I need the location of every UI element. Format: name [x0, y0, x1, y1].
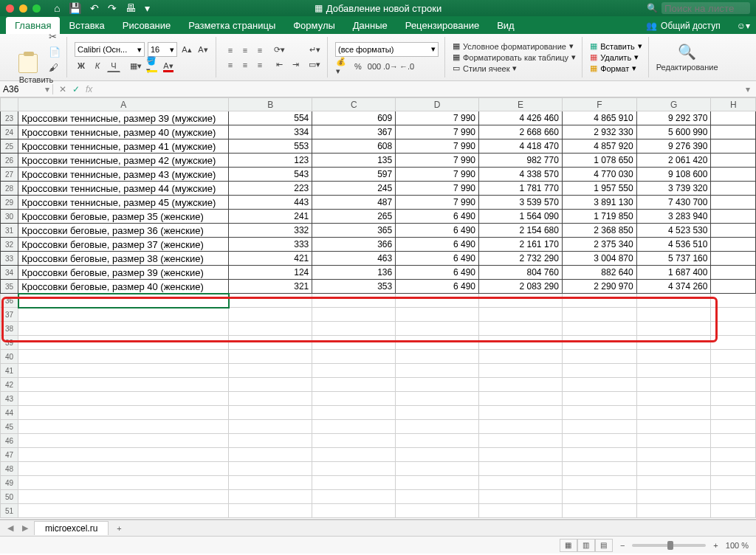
- cell[interactable]: [312, 406, 396, 420]
- cell[interactable]: [229, 350, 312, 364]
- cell[interactable]: [229, 336, 312, 350]
- align-center-icon[interactable]: ≡: [238, 58, 252, 72]
- tab-view[interactable]: Вид: [488, 17, 523, 34]
- cell[interactable]: 4 865 910: [562, 111, 636, 125]
- table-row[interactable]: 51: [1, 504, 756, 518]
- cell[interactable]: [562, 406, 636, 420]
- cut-icon[interactable]: ✂: [49, 31, 61, 42]
- cell[interactable]: [711, 378, 756, 392]
- cell[interactable]: [711, 294, 756, 308]
- table-row[interactable]: 30 Кроссовки беговые, размер 35 (женские…: [1, 210, 756, 224]
- cell[interactable]: [636, 504, 711, 518]
- row-header[interactable]: 26: [1, 154, 18, 168]
- cell[interactable]: [636, 308, 711, 322]
- cell[interactable]: [636, 462, 711, 476]
- cell[interactable]: [479, 294, 563, 308]
- undo-icon[interactable]: ↶: [90, 2, 99, 14]
- cell[interactable]: [479, 434, 563, 448]
- row-header[interactable]: 48: [1, 462, 18, 476]
- tab-draw[interactable]: Рисование: [114, 17, 179, 34]
- table-row[interactable]: 23 Кроссовки теннисные, размер 39 (мужск…: [1, 111, 756, 125]
- cell[interactable]: [711, 448, 756, 462]
- align-top-icon[interactable]: ≡: [224, 44, 237, 57]
- cell[interactable]: 4 374 260: [636, 280, 711, 294]
- cell[interactable]: 4 536 510: [636, 238, 711, 252]
- cell[interactable]: [636, 378, 711, 392]
- cell[interactable]: [229, 308, 312, 322]
- cell[interactable]: 3 739 320: [636, 182, 711, 196]
- cell[interactable]: [562, 294, 636, 308]
- cell[interactable]: [229, 392, 312, 406]
- row-header[interactable]: 41: [1, 364, 18, 378]
- row-header[interactable]: 30: [1, 210, 18, 224]
- font-name-select[interactable]: Calibri (Осн...▾: [75, 42, 145, 57]
- cell[interactable]: [479, 406, 563, 420]
- cell[interactable]: [312, 378, 396, 392]
- cell[interactable]: 334: [229, 125, 312, 139]
- cell[interactable]: [711, 280, 756, 294]
- cell[interactable]: 367: [312, 125, 396, 139]
- cell[interactable]: [711, 420, 756, 434]
- cell[interactable]: [711, 154, 756, 168]
- table-row[interactable]: 38: [1, 322, 756, 336]
- row-header[interactable]: 28: [1, 182, 18, 196]
- table-row[interactable]: 44: [1, 406, 756, 420]
- cell[interactable]: 245: [312, 182, 396, 196]
- merge-icon[interactable]: ▭▾: [308, 58, 321, 72]
- cell[interactable]: 6 490: [396, 252, 479, 266]
- cell[interactable]: 1 957 550: [562, 182, 636, 196]
- cell[interactable]: Кроссовки теннисные, размер 42 (мужские): [18, 154, 229, 168]
- close-icon[interactable]: [6, 4, 14, 13]
- cell[interactable]: [229, 462, 312, 476]
- cell[interactable]: 2 161 170: [479, 238, 563, 252]
- col-header[interactable]: G: [636, 98, 711, 111]
- cell[interactable]: [229, 476, 312, 490]
- cell[interactable]: 7 990: [396, 168, 479, 182]
- cell[interactable]: [396, 476, 479, 490]
- cell[interactable]: 3 283 940: [636, 210, 711, 224]
- cell[interactable]: [479, 462, 563, 476]
- cell[interactable]: [636, 490, 711, 504]
- cell[interactable]: [18, 364, 229, 378]
- search-input[interactable]: [662, 2, 750, 14]
- cell[interactable]: [396, 392, 479, 406]
- print-icon[interactable]: 🖶: [126, 2, 136, 14]
- sheet-tab[interactable]: microexcel.ru: [34, 521, 109, 535]
- cell[interactable]: 7 990: [396, 125, 479, 139]
- cell[interactable]: [396, 504, 479, 518]
- cell[interactable]: 332: [229, 224, 312, 238]
- cell[interactable]: [636, 448, 711, 462]
- cell[interactable]: 7 990: [396, 196, 479, 210]
- decrease-indent-icon[interactable]: ⇤: [272, 58, 286, 72]
- cell[interactable]: [636, 434, 711, 448]
- cell[interactable]: [636, 294, 711, 308]
- cell[interactable]: 135: [312, 154, 396, 168]
- cell[interactable]: [636, 392, 711, 406]
- cell[interactable]: 5 600 990: [636, 125, 711, 139]
- minimize-icon[interactable]: [19, 4, 27, 13]
- col-header[interactable]: C: [312, 98, 396, 111]
- cell[interactable]: 3 891 130: [562, 196, 636, 210]
- cell[interactable]: [562, 434, 636, 448]
- cell[interactable]: [18, 504, 229, 518]
- cell[interactable]: [396, 490, 479, 504]
- cell[interactable]: [396, 350, 479, 364]
- col-header[interactable]: E: [479, 98, 563, 111]
- cell[interactable]: [562, 448, 636, 462]
- cell[interactable]: 136: [312, 266, 396, 280]
- cell[interactable]: Кроссовки теннисные, размер 39 (мужские): [18, 111, 229, 125]
- table-row[interactable]: 25 Кроссовки теннисные, размер 41 (мужск…: [1, 139, 756, 154]
- cell[interactable]: [312, 322, 396, 336]
- table-row[interactable]: 50: [1, 490, 756, 504]
- paste-button[interactable]: [12, 44, 44, 73]
- cell[interactable]: [711, 139, 756, 154]
- currency-icon[interactable]: 💰▾: [335, 60, 348, 73]
- home-icon[interactable]: ⌂: [54, 2, 60, 14]
- cell[interactable]: [562, 350, 636, 364]
- redo-icon[interactable]: ↷: [108, 2, 117, 14]
- col-header[interactable]: D: [396, 98, 479, 111]
- cell[interactable]: [312, 294, 396, 308]
- cell[interactable]: [711, 182, 756, 196]
- cell[interactable]: [711, 125, 756, 139]
- cell[interactable]: 241: [229, 210, 312, 224]
